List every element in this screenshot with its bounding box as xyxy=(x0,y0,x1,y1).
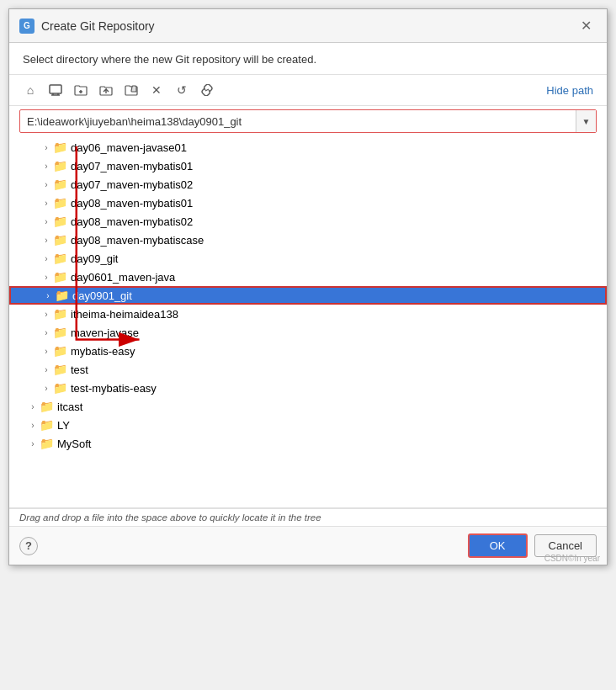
expand-icon: › xyxy=(40,143,53,152)
tree-item[interactable]: › 📁 day07_maven-mybatis02 xyxy=(9,175,607,194)
svg-line-7 xyxy=(205,89,209,91)
folder-icon: 📁 xyxy=(53,363,67,376)
item-label: day08_maven-mybatis01 xyxy=(71,197,193,210)
folder-icon: 📁 xyxy=(53,381,67,395)
tree-item[interactable]: › 📁 day08_maven-mybatiscase xyxy=(9,231,607,249)
expand-icon: › xyxy=(40,328,53,337)
tree-item[interactable]: › 📁 MySoft xyxy=(9,434,607,453)
toolbar: ⌂ ✕ ↺ Hide path xyxy=(9,75,607,106)
item-label: test xyxy=(71,364,88,376)
folder-icon: 📁 xyxy=(40,400,54,413)
tree-item[interactable]: › 📁 day0601_maven-java xyxy=(9,268,607,286)
tree-item[interactable]: › 📁 day08_maven-mybatis01 xyxy=(9,194,607,212)
watermark: CSDN©In year xyxy=(544,554,600,563)
expand-icon: › xyxy=(40,199,53,208)
expand-icon: › xyxy=(40,384,53,393)
expand-icon: › xyxy=(40,310,53,319)
tree-item[interactable]: › 📁 LY xyxy=(9,416,607,434)
expand-icon: › xyxy=(40,365,53,374)
folder-icon: 📁 xyxy=(53,270,67,284)
folder-icon: 📁 xyxy=(53,344,67,358)
tree-item[interactable]: › 📁 test xyxy=(9,360,607,379)
expand-icon: › xyxy=(26,402,40,411)
tree-item[interactable]: › 📁 test-mybatis-easy xyxy=(9,379,607,397)
new-folder-button[interactable] xyxy=(70,80,92,100)
path-input[interactable] xyxy=(20,112,576,131)
item-label: day08_maven-mybatis02 xyxy=(71,215,193,228)
expand-icon: › xyxy=(26,421,40,430)
item-label: maven-javase xyxy=(71,326,139,339)
dialog-title: Create Git Repository xyxy=(41,19,155,33)
title-bar: G Create Git Repository ✕ xyxy=(9,9,607,43)
link-button[interactable] xyxy=(196,80,218,100)
folder-toggle-button[interactable] xyxy=(120,80,142,100)
folder-up-button[interactable] xyxy=(95,80,117,100)
tree-item[interactable]: › 📁 mybatis-easy xyxy=(9,342,607,360)
folder-icon: 📁 xyxy=(40,418,54,432)
item-label: day0601_maven-java xyxy=(71,271,175,284)
folder-icon: 📁 xyxy=(53,307,67,321)
expand-icon: › xyxy=(40,347,53,356)
tree-item[interactable]: › 📁 day07_maven-mybatis01 xyxy=(9,157,607,175)
expand-icon: › xyxy=(41,291,55,300)
expand-icon: › xyxy=(40,162,53,171)
folder-icon: 📁 xyxy=(53,215,67,228)
selected-tree-item[interactable]: › 📁 day0901_git xyxy=(9,286,607,305)
item-label: itcast xyxy=(57,401,82,413)
tree-item[interactable]: › 📁 maven-javase xyxy=(9,323,607,342)
subtitle-text: Select directory where the new Git repos… xyxy=(9,43,607,75)
folder-icon: 📁 xyxy=(55,289,69,302)
home-button[interactable]: ⌂ xyxy=(19,80,41,100)
folder-icon: 📁 xyxy=(53,196,67,210)
expand-icon: › xyxy=(40,273,53,282)
item-label: LY xyxy=(57,419,70,432)
expand-icon: › xyxy=(40,236,53,245)
path-dropdown-button[interactable]: ▼ xyxy=(576,110,596,132)
monitor-button[interactable] xyxy=(45,80,66,100)
tree-item[interactable]: › 📁 day09_git xyxy=(9,249,607,268)
expand-icon: › xyxy=(40,180,53,189)
delete-button[interactable]: ✕ xyxy=(146,80,167,100)
folder-icon: 📁 xyxy=(53,252,67,265)
tree-item[interactable]: › 📁 day08_maven-mybatis02 xyxy=(9,212,607,231)
hide-path-button[interactable]: Hide path xyxy=(543,82,597,98)
refresh-button[interactable]: ↺ xyxy=(171,80,193,100)
item-label: MySoft xyxy=(57,438,91,450)
item-label: day08_maven-mybatiscase xyxy=(71,234,204,247)
folder-icon: 📁 xyxy=(53,159,67,172)
item-label: day09_git xyxy=(71,252,118,265)
help-button[interactable]: ? xyxy=(19,537,38,555)
git-icon: G xyxy=(19,19,35,34)
item-label: day06_maven-javase01 xyxy=(71,141,187,154)
expand-icon: › xyxy=(26,439,40,448)
item-label: test-mybatis-easy xyxy=(71,382,157,395)
folder-icon: 📁 xyxy=(53,233,67,247)
tree-item[interactable]: › 📁 itcast xyxy=(9,397,607,416)
bottom-bar: ? OK Cancel CSDN©In year xyxy=(9,526,607,565)
path-bar: ▼ xyxy=(19,109,597,133)
item-label: mybatis-easy xyxy=(71,345,135,358)
expand-icon: › xyxy=(40,254,53,263)
item-label: day07_maven-mybatis01 xyxy=(71,160,193,172)
item-label: itheima-heimaidea138 xyxy=(71,308,178,321)
tree-item[interactable]: › 📁 day06_maven-javase01 xyxy=(9,138,607,157)
item-label: day07_maven-mybatis02 xyxy=(71,178,193,191)
dialog-window: G Create Git Repository ✕ Select directo… xyxy=(8,8,608,565)
tree-item[interactable]: › 📁 itheima-heimaidea138 xyxy=(9,305,607,323)
folder-icon: 📁 xyxy=(53,141,67,154)
status-bar: Drag and drop a file into the space abov… xyxy=(9,508,607,526)
folder-icon: 📁 xyxy=(53,326,67,339)
title-bar-left: G Create Git Repository xyxy=(19,19,155,34)
item-label: day0901_git xyxy=(72,289,132,302)
close-button[interactable]: ✕ xyxy=(576,16,597,35)
expand-icon: › xyxy=(40,217,53,226)
tree-container[interactable]: › 📁 day06_maven-javase01 › 📁 day07_maven… xyxy=(9,138,607,508)
status-text: Drag and drop a file into the space abov… xyxy=(19,512,321,523)
folder-icon: 📁 xyxy=(53,178,67,191)
folder-icon: 📁 xyxy=(40,437,54,450)
svg-rect-0 xyxy=(50,85,61,93)
ok-button[interactable]: OK xyxy=(468,533,528,558)
